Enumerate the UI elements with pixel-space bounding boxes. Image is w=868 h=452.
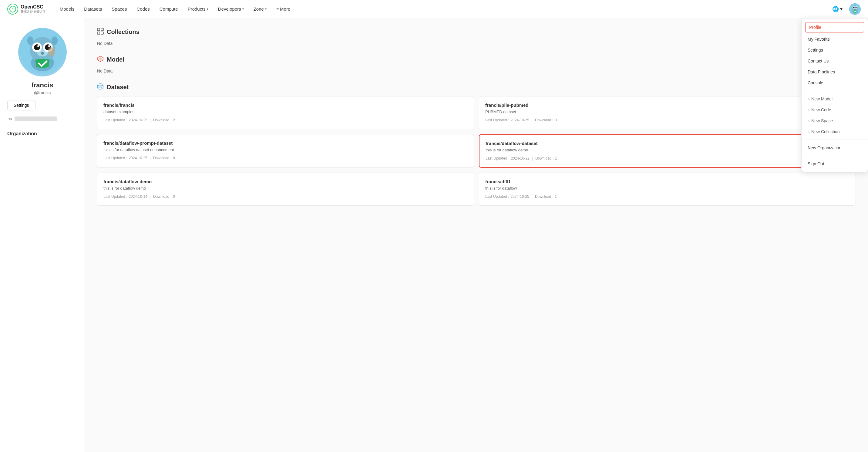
logo-subtitle: 开源共智 智聚共生	[21, 10, 46, 14]
card-title: francis/dataflow-demo	[103, 179, 468, 184]
card-updated: Last Updated：2024-10-22	[486, 156, 530, 161]
svg-point-18	[34, 44, 40, 50]
card-sep: |	[532, 156, 533, 161]
dropdown-new-collection[interactable]: + New Collection	[802, 126, 868, 137]
nav-developers[interactable]: Developers ▾	[214, 4, 248, 14]
card-downloads: Download：1	[535, 156, 557, 161]
sidebar-organization-title: Organization	[7, 131, 78, 137]
card-desc: this is for dataflow demo	[486, 148, 849, 152]
card-title: francis/df01	[485, 179, 849, 184]
dataset-icon	[97, 83, 104, 91]
svg-point-7	[853, 7, 855, 8]
svg-point-11	[854, 8, 856, 10]
logo-name: OpenCSG	[21, 4, 46, 10]
dropdown-contact-us[interactable]: Contact Us	[802, 56, 868, 66]
svg-point-20	[37, 45, 39, 47]
card-desc: dataset examples	[103, 110, 468, 114]
card-meta: Last Updated：2024-10-22 | Download：1	[486, 156, 849, 161]
card-sep: |	[150, 118, 151, 123]
mail-placeholder	[14, 117, 57, 121]
dropdown-my-favorite[interactable]: My Favorite	[802, 34, 868, 44]
sidebar-username: francis	[7, 81, 78, 89]
dataset-header: Dataset	[97, 83, 856, 91]
dataset-card-3[interactable]: francis/dataflow-dataset this is for dat…	[479, 134, 856, 168]
mail-icon: ✉	[8, 117, 12, 121]
card-downloads: Download：2	[153, 118, 175, 123]
collections-section: Collections No Data	[97, 28, 856, 46]
nav-zone[interactable]: Zone ▾	[249, 4, 271, 14]
dropdown-new-model[interactable]: + New Model	[802, 93, 868, 104]
collections-title: Collections	[107, 29, 140, 35]
card-downloads: Download：0	[153, 156, 175, 161]
sidebar-handle: @francis	[7, 90, 78, 95]
lang-chevron-icon: ▾	[840, 6, 842, 12]
card-meta: Last Updated：2024-10-25 | Download：1	[485, 194, 849, 199]
card-sep: |	[150, 195, 151, 199]
nav-more[interactable]: ≡ More	[272, 4, 294, 14]
nav-compute[interactable]: Compute	[155, 4, 182, 14]
dropdown-new-organization[interactable]: New Organization	[802, 142, 868, 153]
user-dropdown-menu: Profile My Favorite Settings Contact Us …	[801, 18, 868, 172]
svg-point-23	[27, 36, 33, 45]
card-updated: Last Updated：2024-10-14	[103, 194, 147, 199]
logo-icon: C	[7, 4, 18, 14]
dropdown-divider-2	[802, 140, 868, 140]
svg-point-10	[856, 7, 857, 7]
collections-header: Collections	[97, 28, 856, 36]
nav-spaces[interactable]: Spaces	[107, 4, 131, 14]
svg-point-24	[52, 36, 58, 45]
nav-products[interactable]: Products ▾	[184, 4, 213, 14]
svg-point-22	[41, 52, 44, 55]
language-icon: 🌐	[832, 6, 839, 12]
dropdown-profile[interactable]: Profile	[805, 22, 864, 32]
svg-rect-28	[97, 32, 100, 34]
dataset-section: Dataset francis/francis dataset examples…	[97, 83, 856, 206]
main-content: Collections No Data Model No Data	[85, 18, 868, 452]
svg-rect-27	[101, 28, 103, 31]
dataset-card-1[interactable]: francis/pile-pubmed PUBMED dataset Last …	[479, 96, 856, 129]
svg-rect-29	[101, 32, 103, 34]
model-no-data: No Data	[97, 68, 856, 73]
card-downloads: Download：0	[535, 118, 557, 123]
card-title: francis/dataflow-dataset	[486, 141, 849, 146]
dropdown-data-pipelines[interactable]: Data Pipelines	[802, 66, 868, 78]
nav-datasets[interactable]: Datasets	[80, 4, 106, 14]
dropdown-divider-1	[802, 91, 868, 91]
card-downloads: Download：1	[535, 194, 557, 199]
nav-codes[interactable]: Codes	[132, 4, 154, 14]
dropdown-sign-out[interactable]: Sign Out	[802, 158, 868, 169]
model-header: Model	[97, 56, 856, 64]
card-sep: |	[532, 118, 533, 123]
main-nav: Models Datasets Spaces Codes Compute Pro…	[56, 4, 829, 14]
dropdown-console[interactable]: Console	[802, 78, 868, 88]
products-chevron-icon: ▾	[207, 7, 208, 11]
header-right: 🌐 ▾	[829, 3, 861, 15]
dropdown-settings[interactable]: Settings	[802, 44, 868, 56]
card-updated: Last Updated：2024-10-25	[103, 156, 147, 161]
dataset-card-2[interactable]: francis/dataflow-prompt-dataset this is …	[97, 134, 474, 168]
svg-text:C: C	[12, 7, 14, 11]
user-avatar-button[interactable]	[849, 3, 861, 15]
sidebar-avatar	[18, 28, 67, 77]
language-button[interactable]: 🌐 ▾	[829, 4, 845, 14]
page-layout: francis @francis Settings ✉ Organization	[0, 18, 868, 452]
card-title: francis/dataflow-prompt-dataset	[103, 141, 468, 146]
sidebar-settings-button[interactable]: Settings	[7, 100, 35, 111]
dropdown-new-space[interactable]: + New Space	[802, 115, 868, 126]
card-updated: Last Updated：2024-10-25	[485, 118, 529, 123]
dataset-title: Dataset	[107, 84, 129, 91]
zone-chevron-icon: ▾	[265, 7, 267, 11]
nav-models[interactable]: Models	[56, 4, 79, 14]
more-list-icon: ≡	[276, 7, 279, 11]
dataset-card-4[interactable]: francis/dataflow-demo this is for datafl…	[97, 173, 474, 206]
logo[interactable]: C OpenCSG 开源共智 智聚共生	[7, 4, 46, 14]
svg-rect-26	[97, 28, 100, 31]
dropdown-new-code[interactable]: + New Code	[802, 104, 868, 115]
dataset-card-0[interactable]: francis/francis dataset examples Last Up…	[97, 96, 474, 129]
svg-point-25	[48, 47, 55, 56]
card-meta: Last Updated：2024-10-14 | Download：0	[103, 194, 468, 199]
card-updated: Last Updated：2024-10-25	[103, 118, 147, 123]
svg-point-21	[48, 45, 50, 47]
card-title: francis/francis	[103, 102, 468, 108]
dataset-card-5[interactable]: francis/df01 this is for dataflow Last U…	[479, 173, 856, 206]
